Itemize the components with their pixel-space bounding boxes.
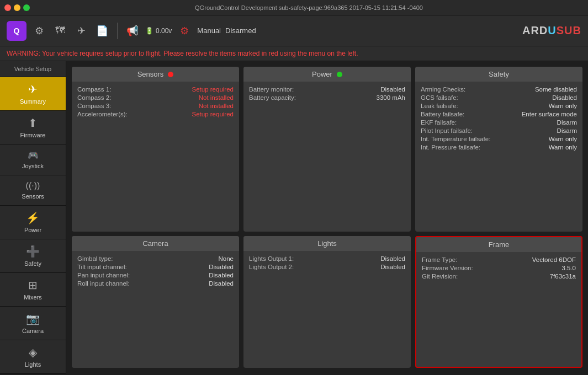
power-label-0: Battery monitor: — [249, 86, 294, 93]
sidebar-item-sensors[interactable]: ((·)) Sensors — [0, 175, 66, 206]
lights-value-1: Disabled — [380, 264, 405, 270]
camera-value-2: Disabled — [209, 272, 234, 278]
camera-row-1: Tilt input channel: Disabled — [77, 264, 234, 270]
sidebar-label-mixers: Mixers — [24, 294, 41, 301]
sensors-row-0: Compass 1: Setup required — [77, 86, 234, 93]
sidebar-item-lights[interactable]: ◈ Lights — [0, 340, 66, 374]
content-area: Sensors Compass 1: Setup required Compas… — [66, 61, 588, 373]
safety-row-7: Int. Pressure failsafe: Warn only — [421, 144, 577, 151]
lights-row-0: Lights Output 1: Disabled — [249, 255, 405, 262]
maximize-button[interactable] — [23, 4, 30, 11]
safety-label-7: Int. Pressure failsafe: — [421, 144, 480, 151]
sidebar: Vehicle Setup ✈ Summary ⬆ Firmware 🎮 Joy… — [0, 61, 66, 373]
safety-label-6: Int. Temperature failsafe: — [421, 136, 490, 142]
power-panel-body: Battery monitor: Disabled Battery capaci… — [243, 82, 411, 107]
frame-value-0: Vectored 6DOF — [532, 256, 576, 263]
camera-label-3: Roll input channel: — [77, 280, 130, 287]
camera-label-2: Pan input channel: — [77, 272, 130, 278]
camera-icon: 📷 — [26, 312, 40, 325]
settings-icon[interactable]: ⚙ — [31, 23, 47, 39]
camera-value-1: Disabled — [209, 264, 234, 270]
power-icon: ⚡ — [26, 211, 40, 224]
sidebar-label-summary: Summary — [20, 98, 46, 105]
safety-row-0: Arming Checks: Some disabled — [421, 86, 577, 93]
safety-panel: Safety Arming Checks: Some disabled GCS … — [415, 67, 582, 232]
sidebar-label-firmware: Firmware — [20, 132, 46, 138]
camera-label-1: Tilt input channel: — [77, 264, 127, 270]
sidebar-label-safety: Safety — [24, 260, 41, 267]
ardusub-logo: ARDUSUB — [522, 24, 581, 37]
lights-label-1: Lights Output 2: — [249, 264, 294, 270]
lights-panel: Lights Lights Output 1: Disabled Lights … — [243, 236, 411, 368]
safety-value-3: Enter surface mode — [522, 111, 577, 117]
toolbar: Q ⚙ 🗺 ✈ 📄 📢 🔋 0.00v ⚙ Manual Disarmed AR… — [0, 15, 588, 46]
sensors-title: Sensors — [137, 70, 164, 78]
power-panel-header: Power — [243, 67, 411, 82]
sidebar-item-joystick[interactable]: 🎮 Joystick — [0, 144, 66, 175]
joystick-icon: 🎮 — [28, 150, 39, 160]
battery-display: 🔋 0.00v — [145, 27, 172, 35]
sidebar-item-power[interactable]: ⚡ Power — [0, 206, 66, 239]
safety-label-4: EKF failsafe: — [421, 119, 457, 126]
send-icon[interactable]: ✈ — [73, 23, 89, 39]
minimize-button[interactable] — [14, 4, 20, 11]
camera-row-3: Roll input channel: Disabled — [77, 280, 234, 287]
safety-label-0: Arming Checks: — [421, 86, 465, 93]
sensors-value-3: Setup required — [192, 111, 234, 117]
window-controls[interactable] — [4, 4, 30, 11]
close-button[interactable] — [4, 4, 11, 11]
camera-title: Camera — [142, 239, 168, 248]
sidebar-item-safety[interactable]: ➕ Safety — [0, 239, 66, 273]
app-logo: Q — [7, 21, 27, 41]
safety-value-1: Disabled — [552, 94, 577, 101]
sensors-panel-header: Sensors — [72, 67, 239, 82]
lights-label-0: Lights Output 1: — [249, 255, 294, 262]
frame-label-0: Frame Type: — [422, 256, 457, 263]
camera-value-0: None — [219, 255, 234, 262]
safety-row-1: GCS failsafe: Disabled — [421, 94, 577, 101]
connection-icon[interactable]: ⚙ — [176, 23, 193, 39]
safety-value-2: Warn only — [549, 103, 577, 109]
sidebar-item-mixers[interactable]: ⊞ Mixers — [0, 273, 66, 307]
safety-value-7: Warn only — [549, 144, 577, 151]
firmware-icon: ⬆ — [28, 116, 38, 130]
sensors-status-dot — [168, 72, 173, 77]
sensors-value-2: Not installed — [199, 103, 234, 109]
frame-row-1: Firmware Version: 3.5.0 — [422, 265, 576, 271]
lights-panel-header: Lights — [243, 236, 411, 251]
safety-label-2: Leak failsafe: — [421, 103, 458, 109]
logo-sub: SUB — [557, 24, 581, 36]
safety-label-1: GCS failsafe: — [421, 94, 458, 101]
sensors-icon: ((·)) — [26, 181, 40, 191]
arm-status: Disarmed — [225, 26, 256, 35]
sidebar-item-camera[interactable]: 📷 Camera — [0, 307, 66, 340]
sensors-label-3: Accelerometer(s): — [77, 111, 128, 117]
power-title: Power — [312, 70, 332, 78]
lights-title: Lights — [317, 239, 337, 248]
warning-bar: WARNING: Your vehicle requires setup pri… — [0, 46, 588, 61]
power-label-1: Battery capacity: — [249, 94, 296, 101]
mixers-icon: ⊞ — [28, 278, 38, 292]
safety-row-6: Int. Temperature failsafe: Warn only — [421, 136, 577, 142]
safety-value-6: Warn only — [549, 136, 577, 142]
sidebar-label-sensors: Sensors — [22, 193, 44, 200]
titlebar: QGroundControl Development sub-safety-pa… — [0, 0, 588, 15]
safety-value-5: Disarm — [557, 127, 577, 134]
sensors-row-2: Compass 3: Not installed — [77, 103, 234, 109]
window-title: QGroundControl Development sub-safety-pa… — [34, 4, 584, 11]
sensors-row-3: Accelerometer(s): Setup required — [77, 111, 234, 117]
sidebar-item-firmware[interactable]: ⬆ Firmware — [0, 111, 66, 144]
sidebar-item-summary[interactable]: ✈ Summary — [0, 77, 66, 111]
safety-value-4: Disarm — [557, 119, 577, 126]
frame-panel: Frame Frame Type: Vectored 6DOF Firmware… — [415, 236, 582, 368]
safety-panel-body: Arming Checks: Some disabled GCS failsaf… — [415, 82, 582, 157]
main-layout: Vehicle Setup ✈ Summary ⬆ Firmware 🎮 Joy… — [0, 61, 588, 373]
power-value-1: 3300 mAh — [377, 94, 405, 101]
megaphone-icon[interactable]: 📢 — [124, 23, 141, 39]
sensors-label-2: Compass 3: — [77, 103, 111, 109]
map-icon[interactable]: 🗺 — [52, 23, 68, 39]
summary-icon: ✈ — [28, 83, 38, 96]
sensors-value-0: Setup required — [192, 86, 234, 93]
doc-icon[interactable]: 📄 — [94, 23, 110, 39]
camera-panel: Camera Gimbal type: None Tilt input chan… — [72, 236, 239, 368]
